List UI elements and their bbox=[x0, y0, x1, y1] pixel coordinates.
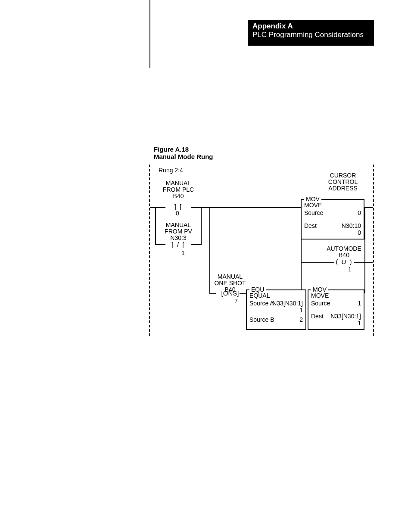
mov1-instruction-box: MOV MOVE Source 0 Dest N30:10 0 bbox=[301, 199, 364, 240]
mov2-name: MOVE bbox=[311, 292, 329, 299]
xio-bit: 0 bbox=[176, 210, 179, 217]
equ-a-val: N33[N30:1] bbox=[272, 300, 303, 307]
mov1-dst-label: Dest bbox=[304, 222, 317, 229]
equ-a-label: Source A bbox=[249, 300, 274, 307]
coil-symbol: ( U ) bbox=[334, 258, 354, 266]
mov2-src-val: 1 bbox=[358, 300, 361, 307]
mov1-dst-val: N30:10 bbox=[342, 222, 361, 229]
figure-name: Manual Mode Rung bbox=[154, 153, 213, 160]
ladder-diagram: Rung 2:4 MANUAL FROM PLC B40 ] [ 0 MANUA… bbox=[149, 165, 374, 337]
mov1-src-val: 0 bbox=[358, 209, 361, 216]
mov2-dst-val: N33[N30:1] bbox=[330, 313, 361, 320]
mov1-src-label: Source bbox=[304, 209, 323, 216]
figure-caption: Figure A.18 Manual Mode Rung bbox=[154, 146, 213, 161]
mov1-dst-sub: 0 bbox=[358, 229, 361, 236]
left-power-rail bbox=[149, 165, 150, 336]
page: Appendix A PLC Programming Consideration… bbox=[0, 0, 411, 532]
chapter-header: Appendix A PLC Programming Consideration… bbox=[248, 20, 374, 46]
chapter-title: PLC Programming Considerations bbox=[252, 31, 370, 39]
appendix-label: Appendix A bbox=[252, 22, 370, 31]
equ-instruction-box: EQU EQUAL Source A N33[N30:1] 1 Source B… bbox=[246, 289, 306, 330]
equ-name: EQUAL bbox=[249, 292, 270, 299]
mov2-dst-sub: 1 bbox=[358, 320, 361, 327]
mov2-dst-label: Dest bbox=[311, 313, 324, 320]
figure-number: Figure A.18 bbox=[154, 146, 189, 153]
rung-number: Rung 2:4 bbox=[159, 167, 183, 174]
mov2-src-label: Source bbox=[311, 300, 330, 307]
equ-a-sub: 1 bbox=[299, 307, 303, 314]
xic-contact-symbol: ] / [ bbox=[165, 241, 191, 249]
ons-bit: 7 bbox=[234, 298, 238, 305]
equ-b-val: 2 bbox=[299, 316, 303, 323]
vertical-margin-rule bbox=[149, 0, 150, 68]
mov1-header-3: ADDRESS bbox=[319, 185, 367, 192]
xio-label-3: B40 bbox=[161, 193, 196, 199]
mov2-instruction-box: MOV MOVE Source 1 Dest N33[N30:1] 1 bbox=[308, 289, 364, 330]
ons-symbol: [ONS] bbox=[217, 290, 243, 297]
coil-bit: 1 bbox=[348, 266, 352, 273]
xic-bit: 1 bbox=[181, 250, 185, 256]
right-power-rail bbox=[373, 165, 374, 336]
mov1-name: MOVE bbox=[304, 202, 322, 208]
equ-b-label: Source B bbox=[249, 316, 274, 323]
